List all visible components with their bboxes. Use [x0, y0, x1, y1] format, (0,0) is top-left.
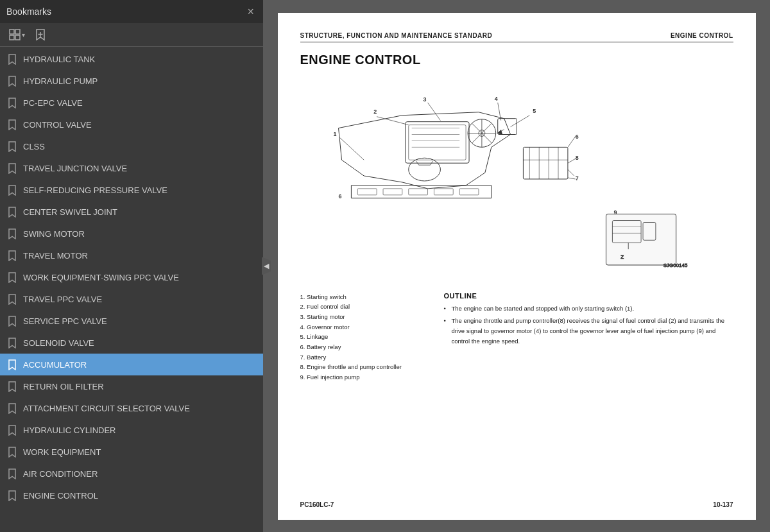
bookmark-label: ACCUMULATOR	[23, 360, 87, 370]
sidebar-close-button[interactable]: ×	[244, 6, 257, 17]
bookmark-item-work-equipment-swing-ppc-valve[interactable]: WORK EQUIPMENT·SWING PPC VALVE	[0, 266, 263, 288]
bookmark-label: SERVICE PPC VALVE	[23, 316, 107, 326]
bookmark-ribbon-icon	[8, 97, 17, 108]
bookmark-ribbon-icon	[8, 293, 17, 305]
bookmark-item-attachment-circuit-selector-valve[interactable]: ATTACHMENT CIRCUIT SELECTOR VALVE	[0, 397, 263, 419]
sidebar: Bookmarks × ▾ HYDRAULIC TANKHYDRAULIC PU…	[0, 0, 263, 532]
view-options-button[interactable]: ▾	[6, 28, 28, 42]
bookmark-item-clss[interactable]: CLSS	[0, 135, 263, 157]
svg-text:6: 6	[575, 133, 578, 140]
svg-text:3: 3	[423, 96, 426, 102]
bookmark-ribbon-icon	[8, 141, 17, 152]
svg-rect-25	[434, 188, 453, 194]
svg-rect-3	[15, 35, 20, 40]
bookmark-ribbon-icon	[8, 53, 17, 65]
bookmark-label: ATTACHMENT CIRCUIT SELECTOR VALVE	[23, 404, 190, 413]
content-row: 1. Starting switch2. Fuel control dial3.…	[300, 292, 733, 382]
bookmark-ribbon-icon	[8, 490, 17, 501]
svg-line-55	[567, 178, 575, 179]
bookmark-item-hydraulic-tank[interactable]: HYDRAULIC TANK	[0, 48, 263, 70]
parts-list-item: 7. Battery	[300, 352, 429, 363]
parts-list-item: 3. Starting motor	[300, 312, 429, 322]
svg-line-27	[339, 137, 364, 160]
bookmark-label: WORK EQUIPMENT	[23, 447, 101, 457]
bookmark-ribbon-icon	[8, 402, 17, 414]
svg-rect-22	[357, 188, 377, 194]
svg-rect-1	[15, 30, 20, 34]
bookmark-label: AIR CONDITIONER	[23, 469, 98, 479]
bookmark-item-engine-control[interactable]: ENGINE CONTROL	[0, 485, 263, 506]
doc-footer-right: 10-137	[713, 501, 733, 508]
svg-line-30	[497, 102, 501, 120]
bookmark-ribbon-icon	[8, 75, 17, 87]
bookmark-label: SOLENOID VALVE	[23, 338, 94, 348]
doc-footer-left: PC160LC-7	[300, 501, 334, 508]
outline-section: OUTLINE The engine can be started and st…	[444, 292, 733, 382]
bookmark-ribbon-icon	[8, 271, 17, 283]
bookmark-item-return-oil-filter[interactable]: RETURN OIL FILTER	[0, 375, 263, 397]
svg-line-28	[377, 116, 409, 124]
svg-line-53	[567, 136, 575, 147]
doc-footer: PC160LC-7 10-137	[300, 501, 733, 508]
bookmark-item-self-reducing-pressure-valve[interactable]: SELF-REDUCING PRESSURE VALVE	[0, 179, 263, 201]
svg-text:4: 4	[494, 95, 497, 101]
bookmark-item-swing-motor[interactable]: SWING MOTOR	[0, 223, 263, 245]
bookmark-label: SWING MOTOR	[23, 229, 85, 239]
bookmark-label: TRAVEL JUNCTION VALVE	[23, 164, 127, 173]
outline-text: The engine can be started and stopped wi…	[444, 304, 733, 347]
svg-rect-2	[10, 35, 14, 40]
bookmark-label: TRAVEL PPC VALVE	[23, 295, 102, 304]
bookmark-item-air-conditioner[interactable]: AIR CONDITIONER	[0, 463, 263, 485]
bookmark-label: PC-EPC VALVE	[23, 98, 83, 108]
svg-text:1: 1	[333, 131, 336, 137]
svg-rect-7	[408, 124, 465, 160]
outline-title: OUTLINE	[444, 292, 733, 300]
bookmark-label: HYDRAULIC CYLINDER	[23, 425, 116, 435]
sidebar-toolbar: ▾	[0, 23, 263, 47]
bookmark-list: HYDRAULIC TANKHYDRAULIC PUMPPC-EPC VALVE…	[0, 47, 263, 532]
outline-bullet: The engine can be started and stopped wi…	[444, 304, 733, 314]
bookmark-ribbon-icon	[8, 446, 17, 458]
bookmark-ribbon-icon	[8, 315, 17, 327]
bookmark-item-hydraulic-cylinder[interactable]: HYDRAULIC CYLINDER	[0, 419, 263, 441]
parts-list-item: 8. Engine throttle and pump controller	[300, 362, 429, 372]
parts-list-item: 2. Fuel control dial	[300, 302, 429, 312]
svg-rect-15	[523, 147, 567, 179]
bookmark-item-solenoid-valve[interactable]: SOLENOID VALVE	[0, 332, 263, 354]
doc-title: ENGINE CONTROL	[300, 53, 733, 67]
bookmark-ribbon-icon	[8, 184, 17, 196]
bookmark-ribbon-icon	[8, 250, 17, 261]
dropdown-arrow-icon: ▾	[22, 31, 25, 39]
bookmark-item-hydraulic-pump[interactable]: HYDRAULIC PUMP	[0, 70, 263, 92]
bookmark-item-service-ppc-valve[interactable]: SERVICE PPC VALVE	[0, 310, 263, 332]
bookmark-ribbon-icon	[8, 359, 17, 370]
bookmark-item-center-swivel-joint[interactable]: CENTER SWIVEL JOINT	[0, 201, 263, 223]
bookmark-item-travel-ppc-valve[interactable]: TRAVEL PPC VALVE	[0, 288, 263, 310]
doc-header-right: ENGINE CONTROL	[671, 32, 733, 39]
bookmark-item-work-equipment[interactable]: WORK EQUIPMENT	[0, 441, 263, 463]
outline-bullet: The engine throttle and pump controller(…	[444, 316, 733, 346]
svg-text:6: 6	[338, 193, 341, 199]
bookmark-item-accumulator[interactable]: ACCUMULATOR	[0, 354, 263, 375]
bookmark-item-pc-epc-valve[interactable]: PC-EPC VALVE	[0, 92, 263, 114]
svg-text:8: 8	[575, 155, 578, 161]
engine-diagram: Z SJG00145 1 2 3 4 5 6 7 8 6 9	[300, 76, 733, 282]
bookmark-label: TRAVEL MOTOR	[23, 251, 88, 261]
bookmark-new-button[interactable]	[33, 27, 48, 42]
bookmark-ribbon-icon	[8, 337, 17, 348]
bookmark-ribbon-icon	[8, 424, 17, 436]
svg-text:Z: Z	[620, 254, 624, 260]
svg-text:9: 9	[613, 209, 617, 215]
svg-text:2: 2	[373, 108, 377, 114]
grid-view-icon	[9, 29, 22, 40]
bookmark-item-travel-junction-valve[interactable]: TRAVEL JUNCTION VALVE	[0, 157, 263, 179]
bookmark-item-control-valve[interactable]: CONTROL VALVE	[0, 114, 263, 135]
svg-line-32	[567, 169, 574, 176]
bookmark-item-travel-motor[interactable]: TRAVEL MOTOR	[0, 245, 263, 266]
svg-text:SJG00145: SJG00145	[663, 262, 687, 268]
svg-rect-23	[383, 188, 402, 194]
parts-list-item: 1. Starting switch	[300, 292, 429, 302]
parts-list-item: 6. Battery relay	[300, 342, 429, 352]
sidebar-title: Bookmarks	[6, 6, 51, 17]
bookmark-add-icon	[35, 28, 46, 41]
